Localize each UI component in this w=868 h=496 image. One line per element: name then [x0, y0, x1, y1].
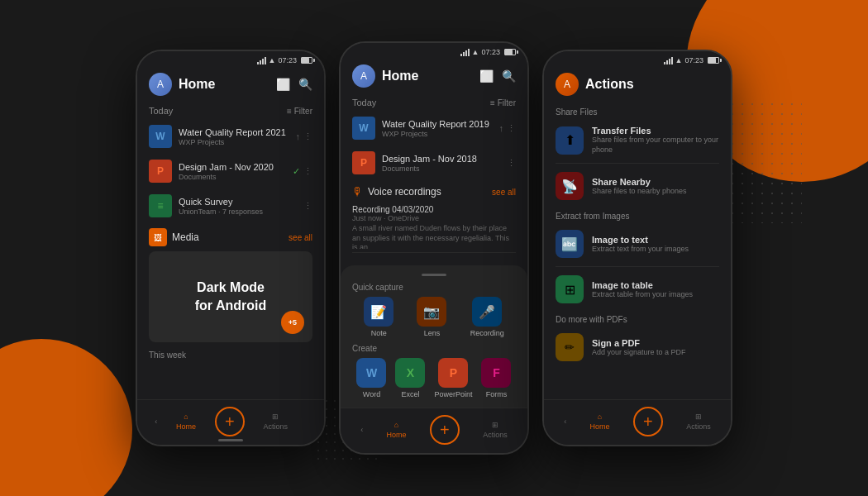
- status-bar-left: ▲ 07:23: [137, 51, 324, 66]
- nav-plus-right[interactable]: +: [633, 407, 663, 436]
- action-transfer[interactable]: ⬆ Transfer Files Share files from your c…: [544, 119, 731, 161]
- folder-icon-c[interactable]: ⬜: [479, 69, 494, 83]
- media-section: 🖼 Media see all Dark Modefor Android +5: [137, 223, 324, 346]
- mic-icon: 🎙: [352, 185, 364, 198]
- action-name-img2txt: Image to text: [592, 235, 689, 245]
- quick-note[interactable]: 📝 Note: [364, 297, 393, 337]
- cloud-icon-c1[interactable]: ↑: [499, 123, 504, 133]
- quick-lens[interactable]: 📷 Lens: [417, 297, 446, 337]
- filter-btn-left[interactable]: ≡ Filter: [287, 107, 312, 116]
- file-item-1[interactable]: W Water Quality Report 2021 WXP Projects…: [137, 119, 324, 154]
- search-icon[interactable]: 🔍: [298, 78, 312, 91]
- file-info-2: Design Jam - Nov 2020 Documents: [179, 161, 286, 181]
- survey-icon-1: ≡: [149, 194, 172, 217]
- forms-create-icon: F: [481, 358, 511, 388]
- battery-icon: [301, 57, 312, 64]
- media-thumbnail[interactable]: Dark Modefor Android +5: [149, 251, 312, 342]
- divider-2: [556, 266, 719, 267]
- status-bar-center: ▲ 07:23: [341, 43, 527, 58]
- create-word[interactable]: W Word: [356, 358, 386, 398]
- app-header-left: A Home ⬜ 🔍: [137, 66, 324, 103]
- time-right: 07:23: [684, 56, 703, 64]
- wifi-icon-c: ▲: [472, 48, 479, 56]
- nav-actions-right[interactable]: ⊞ Actions: [686, 413, 711, 431]
- action-sign-pdf[interactable]: ✏ Sign a PDF Add your signature to a PDF: [544, 327, 731, 368]
- bottom-nav-left: ‹ ⌂ Home + ⊞ Actions: [137, 399, 324, 445]
- action-desc-transfer: Share files from your computer to your p…: [592, 136, 719, 155]
- upload-icon-1[interactable]: ↑: [296, 131, 301, 141]
- action-desc-share: Share files to nearby phones: [592, 187, 687, 197]
- lens-icon: 📷: [417, 297, 446, 327]
- action-name-sign-pdf: Sign a PDF: [592, 338, 686, 348]
- ppt-create-icon: P: [438, 358, 468, 388]
- file-actions-3: ⋮: [303, 201, 312, 212]
- create-ppt[interactable]: P PowerPoint: [434, 358, 472, 398]
- media-thumb-text: Dark Modefor Android: [195, 279, 267, 316]
- signal-icon-r: [664, 57, 673, 64]
- file-item-3[interactable]: ≡ Quick Survey UnionTeam · 7 responses ⋮: [137, 188, 324, 223]
- check-icon-1[interactable]: ✓: [293, 166, 300, 177]
- voice-name-1: Recording 04/03/2020: [352, 205, 516, 214]
- media-see-all[interactable]: see all: [289, 233, 312, 242]
- transfer-icon: ⬆: [556, 126, 584, 155]
- file-name-3: Quick Survey: [179, 196, 297, 207]
- media-label: 🖼 Media: [149, 228, 199, 246]
- quick-recording[interactable]: 🎤 Recording: [470, 297, 504, 337]
- more-icon-c1[interactable]: ⋮: [507, 123, 516, 134]
- folder-icon[interactable]: ⬜: [276, 78, 290, 91]
- create-label: Create: [352, 344, 516, 353]
- nav-actions-center[interactable]: ⊞ Actions: [483, 421, 508, 439]
- nav-back-center[interactable]: ‹: [360, 426, 363, 434]
- img2txt-icon: 🔤: [556, 230, 584, 258]
- action-desc-img2txt: Extract text from your images: [592, 245, 689, 255]
- nav-plus-left[interactable]: +: [215, 407, 245, 436]
- center-file-item-2[interactable]: P Design Jam - Nov 2018 Documents ⋮: [341, 145, 527, 180]
- share-files-label: Share Files: [544, 103, 731, 119]
- nav-actions-left[interactable]: ⊞ Actions: [263, 413, 288, 431]
- more-icon-1[interactable]: ⋮: [303, 131, 312, 142]
- plus-icon-r: +: [643, 413, 653, 432]
- voice-item-1[interactable]: Recording 04/03/2020 Just now · OneDrive…: [352, 202, 516, 253]
- nav-home-right[interactable]: ⌂ Home: [590, 413, 610, 431]
- word-create-icon: W: [356, 358, 386, 388]
- recording-icon: 🎤: [472, 297, 502, 327]
- nav-home-center[interactable]: ⌂ Home: [387, 421, 407, 439]
- nav-plus-center[interactable]: +: [430, 415, 460, 445]
- actions-label-r: Actions: [686, 422, 711, 431]
- img2tbl-icon: ⊞: [556, 275, 584, 303]
- divider-1: [556, 163, 719, 164]
- center-file-item-1[interactable]: W Water Quality Report 2019 WXP Projects…: [341, 111, 527, 145]
- plus-icon-c: +: [440, 421, 450, 440]
- home-indicator: [218, 439, 243, 441]
- filter-btn-center[interactable]: ≡ Filter: [490, 98, 516, 107]
- grid-icon-r: ⊞: [695, 413, 702, 421]
- action-img2tbl[interactable]: ⊞ Image to table Extract table from your…: [544, 269, 731, 310]
- create-forms[interactable]: F Forms: [481, 358, 511, 398]
- action-img2txt[interactable]: 🔤 Image to text Extract text from your i…: [544, 223, 731, 265]
- home-icon-r: ⌂: [598, 413, 602, 421]
- avatar-left: A: [149, 73, 172, 96]
- voice-meta-1: Just now · OneDrive: [352, 214, 516, 222]
- nav-back-right[interactable]: ‹: [564, 417, 566, 426]
- more-icon-3[interactable]: ⋮: [303, 201, 312, 212]
- plus-icon: +: [225, 413, 235, 432]
- search-icon-c[interactable]: 🔍: [502, 69, 516, 83]
- pdf-section-label: Do more with PDFs: [544, 310, 731, 327]
- phone-center: ▲ 07:23 A Home ⬜ 🔍 Today ≡ Filter W Wate…: [339, 41, 529, 455]
- status-icons-right: ▲ 07:23: [664, 56, 719, 64]
- bottom-nav-right: ‹ ⌂ Home + ⊞ Actions: [544, 399, 731, 445]
- app-header-center: A Home ⬜ 🔍: [341, 58, 527, 94]
- wifi-icon-r: ▲: [675, 56, 683, 64]
- center-file-sub-2: Documents: [382, 165, 500, 173]
- home-icon: ⌂: [184, 413, 188, 421]
- file-item-2[interactable]: P Design Jam - Nov 2020 Documents ✓ ⋮: [137, 154, 324, 188]
- voice-see-all[interactable]: see all: [492, 188, 516, 197]
- back-icon-c: ‹: [360, 426, 363, 434]
- nav-back-left[interactable]: ‹: [155, 417, 157, 426]
- action-info-transfer: Transfer Files Share files from your com…: [592, 126, 719, 155]
- nav-home-left[interactable]: ⌂ Home: [176, 413, 196, 431]
- more-icon-c2[interactable]: ⋮: [507, 158, 516, 169]
- action-share-nearby[interactable]: 📡 Share Nearby Share files to nearby pho…: [544, 165, 731, 207]
- more-icon-2[interactable]: ⋮: [303, 166, 312, 177]
- create-excel[interactable]: X Excel: [395, 358, 425, 398]
